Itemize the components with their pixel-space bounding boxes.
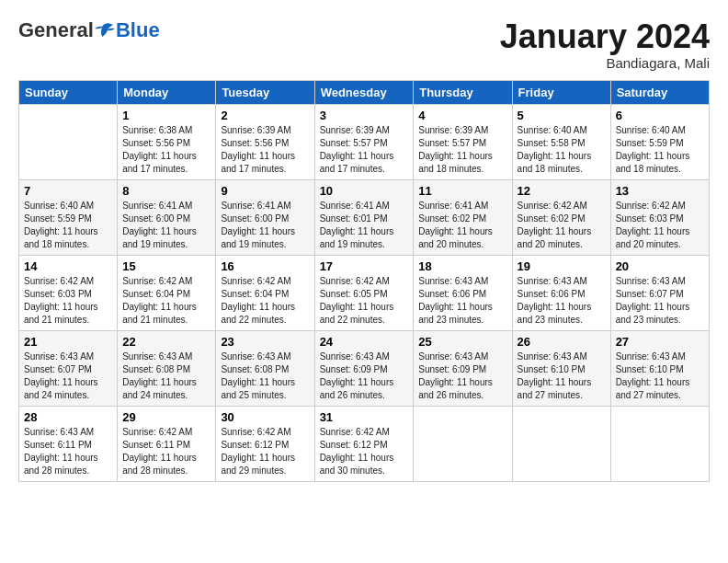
week-row-5: 28Sunrise: 6:43 AMSunset: 6:11 PMDayligh… <box>19 406 710 481</box>
header-saturday: Saturday <box>610 80 709 104</box>
day-info: Sunrise: 6:41 AMSunset: 6:02 PMDaylight:… <box>418 200 506 251</box>
header-monday: Monday <box>118 80 216 104</box>
calendar-cell: 15Sunrise: 6:42 AMSunset: 6:04 PMDayligh… <box>118 255 216 330</box>
day-info: Sunrise: 6:42 AMSunset: 6:04 PMDaylight:… <box>221 275 309 327</box>
calendar-cell <box>512 406 610 481</box>
day-info: Sunrise: 6:43 AMSunset: 6:06 PMDaylight:… <box>418 275 506 327</box>
day-info: Sunrise: 6:43 AMSunset: 6:07 PMDaylight:… <box>616 275 704 327</box>
day-info: Sunrise: 6:38 AMSunset: 5:56 PMDaylight:… <box>122 124 210 176</box>
header-tuesday: Tuesday <box>216 80 314 104</box>
calendar-cell: 23Sunrise: 6:43 AMSunset: 6:08 PMDayligh… <box>216 330 314 406</box>
day-number: 30 <box>221 410 309 424</box>
day-info: Sunrise: 6:43 AMSunset: 6:09 PMDaylight:… <box>418 350 506 402</box>
week-row-3: 14Sunrise: 6:42 AMSunset: 6:03 PMDayligh… <box>19 255 710 330</box>
day-number: 19 <box>518 259 606 273</box>
day-info: Sunrise: 6:40 AMSunset: 5:59 PMDaylight:… <box>24 200 112 251</box>
calendar-cell: 27Sunrise: 6:43 AMSunset: 6:10 PMDayligh… <box>610 330 709 406</box>
header-friday: Friday <box>512 80 610 104</box>
calendar-cell: 11Sunrise: 6:41 AMSunset: 6:02 PMDayligh… <box>414 179 512 255</box>
calendar-cell: 5Sunrise: 6:40 AMSunset: 5:58 PMDaylight… <box>512 104 610 179</box>
day-number: 1 <box>122 109 210 122</box>
calendar-cell: 8Sunrise: 6:41 AMSunset: 6:00 PMDaylight… <box>118 179 216 255</box>
day-info: Sunrise: 6:43 AMSunset: 6:11 PMDaylight:… <box>24 426 112 477</box>
title-block: January 2024 Bandiagara, Mali <box>500 18 710 71</box>
calendar-cell: 26Sunrise: 6:43 AMSunset: 6:10 PMDayligh… <box>512 330 610 406</box>
location-subtitle: Bandiagara, Mali <box>500 55 710 71</box>
logo-general: General <box>18 18 94 42</box>
day-number: 3 <box>320 109 409 122</box>
calendar-cell: 4Sunrise: 6:39 AMSunset: 5:57 PMDaylight… <box>414 104 512 179</box>
day-info: Sunrise: 6:40 AMSunset: 5:59 PMDaylight:… <box>616 124 704 176</box>
day-number: 12 <box>518 184 606 198</box>
calendar-cell <box>414 406 512 481</box>
day-number: 6 <box>616 109 704 122</box>
day-number: 11 <box>418 184 506 198</box>
day-info: Sunrise: 6:43 AMSunset: 6:07 PMDaylight:… <box>24 350 112 402</box>
calendar-table: SundayMondayTuesdayWednesdayThursdayFrid… <box>18 80 710 482</box>
day-info: Sunrise: 6:41 AMSunset: 6:00 PMDaylight:… <box>122 200 210 251</box>
calendar-cell: 6Sunrise: 6:40 AMSunset: 5:59 PMDaylight… <box>610 104 709 179</box>
day-number: 22 <box>122 335 210 349</box>
day-info: Sunrise: 6:42 AMSunset: 6:12 PMDaylight:… <box>221 426 309 477</box>
calendar-cell: 12Sunrise: 6:42 AMSunset: 6:02 PMDayligh… <box>512 179 610 255</box>
day-info: Sunrise: 6:41 AMSunset: 6:00 PMDaylight:… <box>221 200 309 251</box>
calendar-cell: 25Sunrise: 6:43 AMSunset: 6:09 PMDayligh… <box>414 330 512 406</box>
logo-blue: Blue <box>116 18 160 42</box>
calendar-cell: 24Sunrise: 6:43 AMSunset: 6:09 PMDayligh… <box>314 330 414 406</box>
day-info: Sunrise: 6:42 AMSunset: 6:04 PMDaylight:… <box>122 275 210 327</box>
calendar-cell: 18Sunrise: 6:43 AMSunset: 6:06 PMDayligh… <box>414 255 512 330</box>
day-info: Sunrise: 6:42 AMSunset: 6:11 PMDaylight:… <box>122 426 210 477</box>
day-number: 10 <box>320 184 409 198</box>
day-number: 20 <box>616 259 704 273</box>
day-info: Sunrise: 6:43 AMSunset: 6:08 PMDaylight:… <box>122 350 210 402</box>
week-row-2: 7Sunrise: 6:40 AMSunset: 5:59 PMDaylight… <box>19 179 710 255</box>
header-thursday: Thursday <box>414 80 512 104</box>
day-number: 13 <box>616 184 704 198</box>
day-info: Sunrise: 6:43 AMSunset: 6:10 PMDaylight:… <box>518 350 606 402</box>
day-number: 16 <box>221 259 309 273</box>
calendar-cell <box>610 406 709 481</box>
calendar-cell: 19Sunrise: 6:43 AMSunset: 6:06 PMDayligh… <box>512 255 610 330</box>
page-header: General Blue January 2024 Bandiagara, Ma… <box>18 18 710 71</box>
calendar-cell: 17Sunrise: 6:42 AMSunset: 6:05 PMDayligh… <box>314 255 414 330</box>
calendar-cell: 3Sunrise: 6:39 AMSunset: 5:57 PMDaylight… <box>314 104 414 179</box>
day-info: Sunrise: 6:42 AMSunset: 6:03 PMDaylight:… <box>24 275 112 327</box>
day-info: Sunrise: 6:42 AMSunset: 6:05 PMDaylight:… <box>320 275 409 327</box>
day-info: Sunrise: 6:43 AMSunset: 6:08 PMDaylight:… <box>221 350 309 402</box>
calendar-cell: 30Sunrise: 6:42 AMSunset: 6:12 PMDayligh… <box>216 406 314 481</box>
header-sunday: Sunday <box>19 80 118 104</box>
day-info: Sunrise: 6:42 AMSunset: 6:03 PMDaylight:… <box>616 200 704 251</box>
day-number: 17 <box>320 259 409 273</box>
calendar-cell: 28Sunrise: 6:43 AMSunset: 6:11 PMDayligh… <box>19 406 118 481</box>
calendar-header-row: SundayMondayTuesdayWednesdayThursdayFrid… <box>19 80 710 104</box>
logo: General Blue <box>18 18 160 42</box>
day-number: 26 <box>518 335 606 349</box>
month-title: January 2024 <box>500 18 710 55</box>
week-row-1: 1Sunrise: 6:38 AMSunset: 5:56 PMDaylight… <box>19 104 710 179</box>
day-number: 14 <box>24 259 112 273</box>
calendar-cell: 31Sunrise: 6:42 AMSunset: 6:12 PMDayligh… <box>314 406 414 481</box>
day-number: 2 <box>221 109 309 122</box>
calendar-cell: 22Sunrise: 6:43 AMSunset: 6:08 PMDayligh… <box>118 330 216 406</box>
day-number: 23 <box>221 335 309 349</box>
day-info: Sunrise: 6:43 AMSunset: 6:09 PMDaylight:… <box>320 350 409 402</box>
day-number: 4 <box>418 109 506 122</box>
day-number: 21 <box>24 335 112 349</box>
day-number: 5 <box>518 109 606 122</box>
day-number: 9 <box>221 184 309 198</box>
day-number: 27 <box>616 335 704 349</box>
week-row-4: 21Sunrise: 6:43 AMSunset: 6:07 PMDayligh… <box>19 330 710 406</box>
calendar-cell: 21Sunrise: 6:43 AMSunset: 6:07 PMDayligh… <box>19 330 118 406</box>
header-wednesday: Wednesday <box>314 80 414 104</box>
day-number: 7 <box>24 184 112 198</box>
calendar-cell: 1Sunrise: 6:38 AMSunset: 5:56 PMDaylight… <box>118 104 216 179</box>
day-info: Sunrise: 6:43 AMSunset: 6:06 PMDaylight:… <box>518 275 606 327</box>
day-number: 28 <box>24 410 112 424</box>
day-number: 31 <box>320 410 409 424</box>
day-number: 18 <box>418 259 506 273</box>
calendar-cell: 29Sunrise: 6:42 AMSunset: 6:11 PMDayligh… <box>118 406 216 481</box>
day-number: 29 <box>122 410 210 424</box>
day-number: 25 <box>418 335 506 349</box>
calendar-cell: 14Sunrise: 6:42 AMSunset: 6:03 PMDayligh… <box>19 255 118 330</box>
day-info: Sunrise: 6:40 AMSunset: 5:58 PMDaylight:… <box>518 124 606 176</box>
